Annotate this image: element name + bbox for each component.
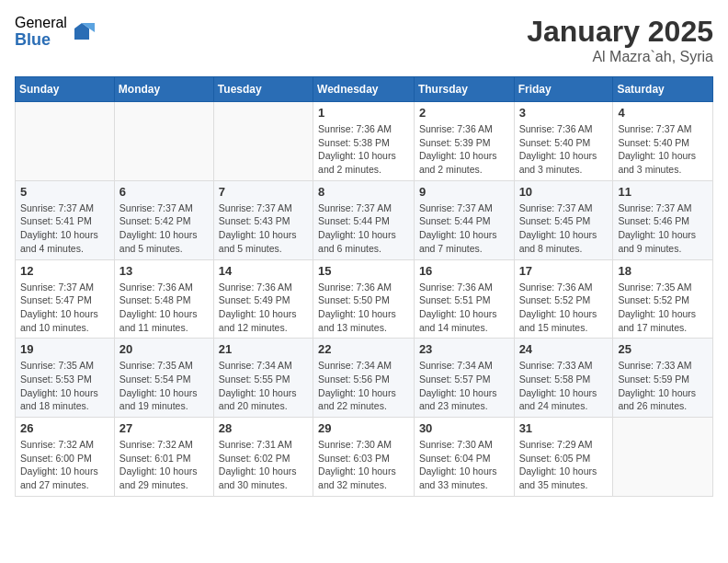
calendar-cell [16, 102, 115, 181]
calendar-cell: 26Sunrise: 7:32 AM Sunset: 6:00 PM Dayli… [16, 418, 115, 497]
calendar-week-row: 26Sunrise: 7:32 AM Sunset: 6:00 PM Dayli… [16, 418, 713, 497]
logo-general: General [15, 15, 67, 31]
calendar-cell: 24Sunrise: 7:33 AM Sunset: 5:58 PM Dayli… [514, 339, 613, 418]
day-info: Sunrise: 7:37 AM Sunset: 5:40 PM Dayligh… [618, 122, 708, 177]
day-number: 7 [219, 185, 308, 199]
day-info: Sunrise: 7:37 AM Sunset: 5:43 PM Dayligh… [219, 201, 308, 256]
day-number: 28 [219, 421, 308, 435]
day-number: 18 [618, 264, 708, 278]
calendar-cell: 22Sunrise: 7:34 AM Sunset: 5:56 PM Dayli… [313, 339, 415, 418]
day-number: 11 [618, 185, 708, 199]
calendar-cell: 25Sunrise: 7:33 AM Sunset: 5:59 PM Dayli… [613, 339, 713, 418]
day-info: Sunrise: 7:35 AM Sunset: 5:53 PM Dayligh… [20, 359, 109, 413]
day-number: 14 [219, 264, 308, 278]
calendar-cell: 7Sunrise: 7:37 AM Sunset: 5:43 PM Daylig… [213, 180, 313, 259]
day-info: Sunrise: 7:37 AM Sunset: 5:42 PM Dayligh… [119, 201, 209, 256]
calendar-cell: 20Sunrise: 7:35 AM Sunset: 5:54 PM Dayli… [114, 339, 213, 418]
day-info: Sunrise: 7:30 AM Sunset: 6:04 PM Dayligh… [419, 438, 509, 492]
calendar-cell: 31Sunrise: 7:29 AM Sunset: 6:05 PM Dayli… [514, 418, 613, 497]
day-info: Sunrise: 7:36 AM Sunset: 5:38 PM Dayligh… [318, 122, 409, 177]
day-number: 12 [20, 264, 109, 278]
calendar-cell: 9Sunrise: 7:37 AM Sunset: 5:44 PM Daylig… [414, 180, 514, 259]
calendar-cell: 10Sunrise: 7:37 AM Sunset: 5:45 PM Dayli… [514, 180, 613, 259]
day-number: 22 [318, 342, 409, 356]
day-number: 19 [20, 342, 109, 356]
page-header: General Blue January 2025 Al Mazra`ah, S… [15, 15, 713, 65]
calendar-cell: 1Sunrise: 7:36 AM Sunset: 5:38 PM Daylig… [313, 102, 415, 181]
day-info: Sunrise: 7:32 AM Sunset: 6:00 PM Dayligh… [20, 438, 109, 492]
calendar-cell [613, 418, 713, 497]
calendar-cell: 28Sunrise: 7:31 AM Sunset: 6:02 PM Dayli… [213, 418, 313, 497]
title-block: January 2025 Al Mazra`ah, Syria [527, 15, 713, 65]
calendar-subtitle: Al Mazra`ah, Syria [527, 49, 713, 65]
weekday-header: Thursday [414, 77, 514, 102]
day-info: Sunrise: 7:37 AM Sunset: 5:47 PM Dayligh… [20, 281, 109, 335]
calendar-cell: 8Sunrise: 7:37 AM Sunset: 5:44 PM Daylig… [313, 180, 415, 259]
calendar-week-row: 1Sunrise: 7:36 AM Sunset: 5:38 PM Daylig… [16, 102, 713, 181]
day-info: Sunrise: 7:36 AM Sunset: 5:48 PM Dayligh… [119, 281, 209, 335]
calendar-cell: 12Sunrise: 7:37 AM Sunset: 5:47 PM Dayli… [16, 259, 115, 339]
day-info: Sunrise: 7:34 AM Sunset: 5:56 PM Dayligh… [318, 359, 409, 413]
day-number: 20 [119, 342, 209, 356]
day-number: 10 [519, 185, 609, 199]
weekday-header: Sunday [16, 77, 115, 102]
calendar-cell: 11Sunrise: 7:37 AM Sunset: 5:46 PM Dayli… [613, 180, 713, 259]
calendar-cell: 5Sunrise: 7:37 AM Sunset: 5:41 PM Daylig… [16, 180, 115, 259]
calendar-table: SundayMondayTuesdayWednesdayThursdayFrid… [15, 76, 713, 497]
weekday-header: Monday [114, 77, 213, 102]
calendar-cell: 2Sunrise: 7:36 AM Sunset: 5:39 PM Daylig… [414, 102, 514, 181]
day-number: 13 [119, 264, 209, 278]
calendar-cell: 19Sunrise: 7:35 AM Sunset: 5:53 PM Dayli… [16, 339, 115, 418]
day-info: Sunrise: 7:33 AM Sunset: 5:58 PM Dayligh… [519, 359, 609, 413]
calendar-title: January 2025 [527, 15, 713, 49]
calendar-cell: 27Sunrise: 7:32 AM Sunset: 6:01 PM Dayli… [114, 418, 213, 497]
weekday-header: Friday [514, 77, 613, 102]
weekday-header: Saturday [613, 77, 713, 102]
day-info: Sunrise: 7:36 AM Sunset: 5:50 PM Dayligh… [318, 281, 409, 335]
day-number: 26 [20, 421, 109, 435]
day-info: Sunrise: 7:36 AM Sunset: 5:52 PM Dayligh… [519, 281, 609, 335]
calendar-cell: 29Sunrise: 7:30 AM Sunset: 6:03 PM Dayli… [313, 418, 415, 497]
calendar-cell: 17Sunrise: 7:36 AM Sunset: 5:52 PM Dayli… [514, 259, 613, 339]
day-number: 9 [419, 185, 509, 199]
calendar-week-row: 19Sunrise: 7:35 AM Sunset: 5:53 PM Dayli… [16, 339, 713, 418]
calendar-cell: 18Sunrise: 7:35 AM Sunset: 5:52 PM Dayli… [613, 259, 713, 339]
day-number: 2 [419, 106, 509, 120]
calendar-week-row: 5Sunrise: 7:37 AM Sunset: 5:41 PM Daylig… [16, 180, 713, 259]
day-number: 1 [318, 106, 409, 120]
day-number: 5 [20, 185, 109, 199]
calendar-cell: 15Sunrise: 7:36 AM Sunset: 5:50 PM Dayli… [313, 259, 415, 339]
calendar-cell: 3Sunrise: 7:36 AM Sunset: 5:40 PM Daylig… [514, 102, 613, 181]
day-number: 6 [119, 185, 209, 199]
day-number: 15 [318, 264, 409, 278]
calendar-cell: 21Sunrise: 7:34 AM Sunset: 5:55 PM Dayli… [213, 339, 313, 418]
day-info: Sunrise: 7:36 AM Sunset: 5:49 PM Dayligh… [219, 281, 308, 335]
logo-blue: Blue [15, 31, 67, 50]
day-info: Sunrise: 7:30 AM Sunset: 6:03 PM Dayligh… [318, 438, 409, 492]
day-info: Sunrise: 7:33 AM Sunset: 5:59 PM Dayligh… [618, 359, 708, 413]
day-info: Sunrise: 7:37 AM Sunset: 5:45 PM Dayligh… [519, 201, 609, 256]
logo-icon [69, 19, 95, 45]
day-number: 4 [618, 106, 708, 120]
day-info: Sunrise: 7:37 AM Sunset: 5:41 PM Dayligh… [20, 201, 109, 256]
day-info: Sunrise: 7:37 AM Sunset: 5:44 PM Dayligh… [318, 201, 409, 256]
day-info: Sunrise: 7:35 AM Sunset: 5:52 PM Dayligh… [618, 281, 708, 335]
day-info: Sunrise: 7:37 AM Sunset: 5:46 PM Dayligh… [618, 201, 708, 256]
day-info: Sunrise: 7:32 AM Sunset: 6:01 PM Dayligh… [119, 438, 209, 492]
day-number: 8 [318, 185, 409, 199]
day-info: Sunrise: 7:36 AM Sunset: 5:39 PM Dayligh… [419, 122, 509, 177]
day-number: 3 [519, 106, 609, 120]
day-number: 17 [519, 264, 609, 278]
day-number: 25 [618, 342, 708, 356]
calendar-cell [213, 102, 313, 181]
calendar-cell: 13Sunrise: 7:36 AM Sunset: 5:48 PM Dayli… [114, 259, 213, 339]
weekday-header: Wednesday [313, 77, 415, 102]
weekday-header-row: SundayMondayTuesdayWednesdayThursdayFrid… [16, 77, 713, 102]
day-info: Sunrise: 7:37 AM Sunset: 5:44 PM Dayligh… [419, 201, 509, 256]
weekday-header: Tuesday [213, 77, 313, 102]
day-number: 31 [519, 421, 609, 435]
calendar-cell: 30Sunrise: 7:30 AM Sunset: 6:04 PM Dayli… [414, 418, 514, 497]
calendar-cell: 23Sunrise: 7:34 AM Sunset: 5:57 PM Dayli… [414, 339, 514, 418]
day-info: Sunrise: 7:35 AM Sunset: 5:54 PM Dayligh… [119, 359, 209, 413]
day-number: 29 [318, 421, 409, 435]
